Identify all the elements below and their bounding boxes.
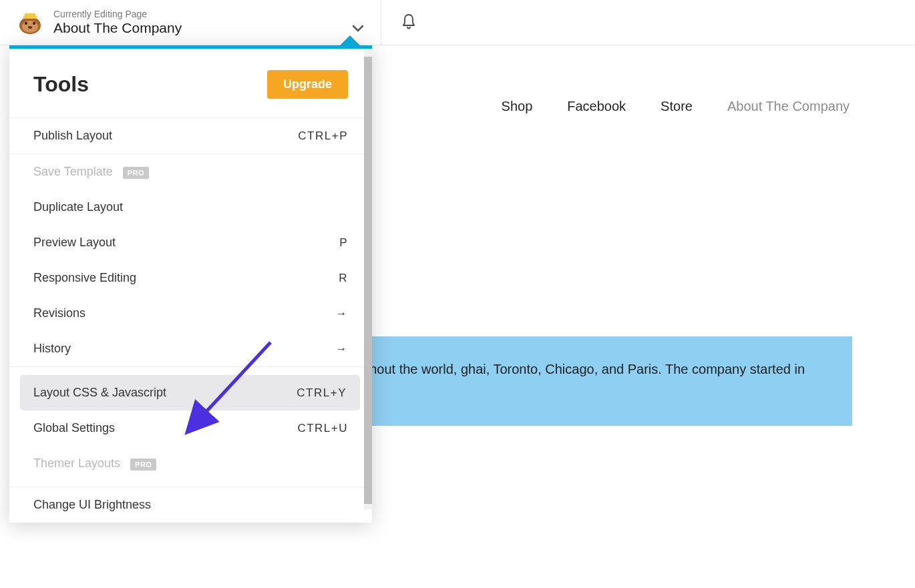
menu-item-shortcut: CTRL+U <box>297 422 348 435</box>
current-page-title: About The Company <box>53 20 182 36</box>
menu-item-label: Publish Layout <box>33 129 112 143</box>
page-title-block[interactable]: Currently Editing Page About The Company <box>53 9 182 36</box>
menu-item-label: Themer Layouts <box>33 457 120 470</box>
pro-badge: PRO <box>130 459 156 471</box>
menu-item-label: History <box>33 342 71 356</box>
menu-duplicate-layout[interactable]: Duplicate Layout <box>9 190 372 225</box>
upgrade-button[interactable]: Upgrade <box>267 70 348 99</box>
editor-topbar: Currently Editing Page About The Company <box>0 0 915 45</box>
menu-item-label: Layout CSS & Javascript <box>33 386 166 400</box>
menu-item-label: Responsive Editing <box>33 271 136 285</box>
menu-item-label: Change UI Brightness <box>33 498 151 512</box>
menu-save-template: Save Template PRO <box>9 154 372 190</box>
svg-point-4 <box>28 26 32 29</box>
menu-section-1: Publish Layout CTRL+P <box>9 117 372 154</box>
menu-item-shortcut: R <box>339 272 348 285</box>
pro-badge: PRO <box>123 167 149 179</box>
menu-global-settings[interactable]: Global Settings CTRL+U <box>9 410 372 446</box>
menu-layout-css-js[interactable]: Layout CSS & Javascript CTRL+Y <box>20 375 360 410</box>
nav-item-shop[interactable]: Shop <box>502 99 533 114</box>
menu-revisions[interactable]: Revisions → <box>9 296 372 331</box>
menu-responsive-editing[interactable]: Responsive Editing R <box>9 260 372 296</box>
topbar-divider <box>381 0 381 45</box>
menu-themer-layouts: Themer Layouts PRO <box>9 446 372 481</box>
svg-point-3 <box>33 22 35 25</box>
chevron-right-icon: → <box>336 342 349 356</box>
menu-item-shortcut: CTRL+Y <box>297 386 347 400</box>
dropdown-title: Tools <box>33 72 89 97</box>
tools-dropdown: Tools Upgrade Publish Layout CTRL+P Save… <box>9 45 372 523</box>
menu-section-4: Change UI Brightness <box>9 487 372 523</box>
dropdown-scrollbar[interactable] <box>364 49 372 509</box>
chevron-right-icon: → <box>336 307 349 320</box>
menu-item-label: Global Settings <box>33 421 115 435</box>
topbar-left: Currently Editing Page About The Company <box>13 9 381 36</box>
scrollbar-thumb[interactable] <box>364 57 372 504</box>
beaver-builder-logo <box>13 9 47 35</box>
menu-change-ui-brightness[interactable]: Change UI Brightness <box>9 487 372 523</box>
nav-item-store[interactable]: Store <box>661 99 693 114</box>
menu-publish-layout[interactable]: Publish Layout CTRL+P <box>9 118 372 154</box>
menu-item-shortcut: P <box>339 236 348 250</box>
nav-item-about[interactable]: About The Company <box>727 99 850 114</box>
menu-section-3: Layout CSS & Javascript CTRL+Y Global Se… <box>9 366 372 487</box>
nav-item-facebook[interactable]: Facebook <box>567 99 626 114</box>
menu-item-shortcut: CTRL+P <box>298 129 348 143</box>
menu-section-2: Save Template PRO Duplicate Layout Previ… <box>9 154 372 366</box>
menu-item-label: Save Template <box>33 165 113 178</box>
menu-item-label: Duplicate Layout <box>33 200 123 214</box>
svg-point-2 <box>25 22 27 25</box>
dropdown-header: Tools Upgrade <box>9 49 372 117</box>
menu-item-label: Revisions <box>33 306 85 320</box>
notifications-bell-icon[interactable] <box>401 13 416 32</box>
editing-label: Currently Editing Page <box>53 9 182 20</box>
menu-preview-layout[interactable]: Preview Layout P <box>9 225 372 260</box>
menu-history[interactable]: History → <box>9 331 372 366</box>
svg-rect-6 <box>25 13 35 16</box>
menu-item-label: Preview Layout <box>33 236 116 250</box>
chevron-down-icon[interactable] <box>352 23 364 35</box>
